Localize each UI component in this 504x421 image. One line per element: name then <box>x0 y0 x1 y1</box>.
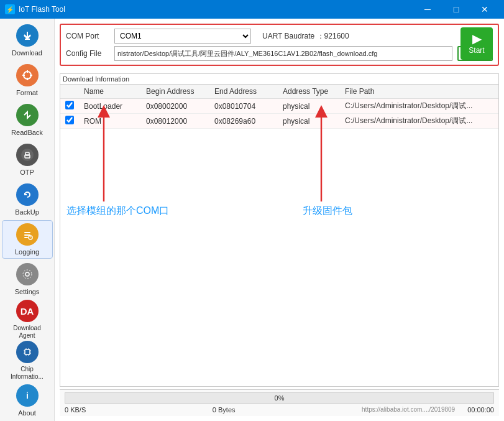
col-header-type: Address Type <box>278 85 340 99</box>
sidebar-item-backup[interactable]: BackUp <box>2 180 53 219</box>
sidebar-item-settings-label: Settings <box>15 288 40 296</box>
row-begin-cell: 0x08012000 <box>141 114 209 129</box>
table-row: ROM 0x08012000 0x08269a60 physical C:/Us… <box>60 114 498 129</box>
chip-icon <box>16 341 39 363</box>
row-type-cell: physical <box>278 99 340 114</box>
com-port-row: COM Port COM1 UART Baudrate ：921600 <box>66 29 493 44</box>
time-status: 00:00:00 <box>467 406 494 414</box>
svg-point-25 <box>21 346 34 358</box>
col-header-check <box>60 85 79 99</box>
close-button[interactable]: ✕ <box>470 0 499 19</box>
content-area: COM Port COM1 UART Baudrate ：921600 Conf… <box>55 19 504 421</box>
row-begin-cell: 0x08002000 <box>141 99 209 114</box>
sidebar-item-otp-label: OTP <box>20 169 34 177</box>
com-port-label: COM Port <box>66 32 109 40</box>
status-right: https://alibaba.iot.com..../2019809 00:0… <box>362 406 494 414</box>
sidebar-item-logging[interactable]: Logging <box>2 220 53 259</box>
row-check-cell <box>60 99 79 114</box>
download-info-title: Download Information <box>60 74 498 85</box>
settings-icon <box>16 263 39 285</box>
svg-rect-18 <box>24 237 28 238</box>
otp-icon <box>16 144 39 166</box>
svg-rect-16 <box>24 232 30 233</box>
sidebar-item-download[interactable]: Download <box>2 22 53 60</box>
status-url: https://alibaba.iot.com..../2019809 <box>362 406 455 414</box>
row-end-cell: 0x08269a60 <box>209 114 278 129</box>
row-end-cell: 0x08010704 <box>209 99 278 114</box>
about-icon: i <box>16 384 39 407</box>
title-bar: ⚡ IoT Flash Tool ─ □ ✕ <box>0 0 504 19</box>
sidebar-item-logging-label: Logging <box>15 248 39 256</box>
sidebar-item-download-label: Download <box>12 49 42 57</box>
col-header-filepath: File Path <box>340 85 498 99</box>
row-name-cell: ROM <box>79 114 141 129</box>
svg-text:i: i <box>26 391 29 400</box>
play-icon: ▶ <box>472 32 482 45</box>
app-icon: ⚡ <box>5 4 15 14</box>
sidebar-item-format-label: Format <box>16 89 38 97</box>
top-controls: COM Port COM1 UART Baudrate ：921600 Conf… <box>60 24 499 66</box>
row-path-cell: C:/Users/Administrator/Desktop/调试... <box>340 99 498 114</box>
table-row: BootLoader 0x08002000 0x08010704 physica… <box>60 99 498 114</box>
sidebar-item-otp[interactable]: OTP <box>2 141 53 180</box>
config-file-label: Config File <box>66 49 109 58</box>
sidebar: Download Format <box>0 19 55 421</box>
row-type-cell: physical <box>278 114 340 129</box>
start-button[interactable]: ▶ Start <box>460 27 493 60</box>
download-table: Name Begin Address End Address Address T… <box>60 85 498 129</box>
speed-status: 0 KB/S <box>65 406 86 414</box>
sidebar-item-settings[interactable]: Settings <box>2 260 53 298</box>
row-checkbox[interactable] <box>65 116 74 124</box>
status-row: 0 KB/S 0 Bytes https://alibaba.iot.com..… <box>65 406 494 414</box>
sidebar-item-about[interactable]: i About <box>2 382 53 420</box>
config-file-row: Config File Open <box>66 46 493 61</box>
config-file-input[interactable] <box>114 46 452 61</box>
maximize-button[interactable]: □ <box>442 0 470 19</box>
format-icon <box>16 64 39 86</box>
progress-text: 0% <box>275 394 285 402</box>
col-header-end: End Address <box>209 85 278 99</box>
col-header-name: Name <box>79 85 141 99</box>
backup-icon <box>16 183 39 206</box>
readback-icon <box>16 104 39 126</box>
sidebar-item-chip-label: ChipInformatio... <box>11 366 44 381</box>
row-path-cell: C:/Users/Administrator/Desktop/调试... <box>340 114 498 129</box>
download-info-panel: Download Information Name Begin Address … <box>60 73 499 387</box>
sidebar-item-backup-label: BackUp <box>15 208 39 216</box>
sidebar-item-readback-label: ReadBack <box>11 129 43 137</box>
da-icon: DA <box>16 300 39 322</box>
sidebar-item-chip[interactable]: ChipInformatio... <box>2 341 53 381</box>
row-checkbox[interactable] <box>65 101 74 109</box>
start-label: Start <box>469 46 484 55</box>
main-container: Download Format <box>0 19 504 421</box>
title-bar-left: ⚡ IoT Flash Tool <box>5 4 65 14</box>
sidebar-item-readback[interactable]: ReadBack <box>2 101 53 140</box>
table-wrapper: Name Begin Address End Address Address T… <box>60 85 498 386</box>
sidebar-item-da-label: DownloadAgent <box>13 325 40 340</box>
title-bar-controls: ─ □ ✕ <box>413 0 499 19</box>
col-header-begin: Begin Address <box>141 85 209 99</box>
sidebar-item-about-label: About <box>18 409 36 417</box>
com-port-select[interactable]: COM1 <box>114 29 251 44</box>
app-title: IoT Flash Tool <box>19 5 65 14</box>
progress-bar-container: 0% <box>65 392 494 404</box>
row-name-cell: BootLoader <box>79 99 141 114</box>
logging-icon <box>16 223 39 246</box>
sidebar-item-format[interactable]: Format <box>2 62 53 100</box>
download-icon <box>16 24 39 47</box>
svg-point-14 <box>21 188 34 201</box>
minimize-button[interactable]: ─ <box>413 0 442 19</box>
bytes-status: 0 Bytes <box>213 406 236 414</box>
table-header-row: Name Begin Address End Address Address T… <box>60 85 498 99</box>
progress-area: 0% 0 KB/S 0 Bytes https://alibaba.iot.co… <box>60 389 499 416</box>
uart-baud-label: UART Baudrate ：921600 <box>262 31 349 42</box>
sidebar-item-da[interactable]: DA DownloadAgent <box>2 300 53 340</box>
row-check-cell <box>60 114 79 129</box>
